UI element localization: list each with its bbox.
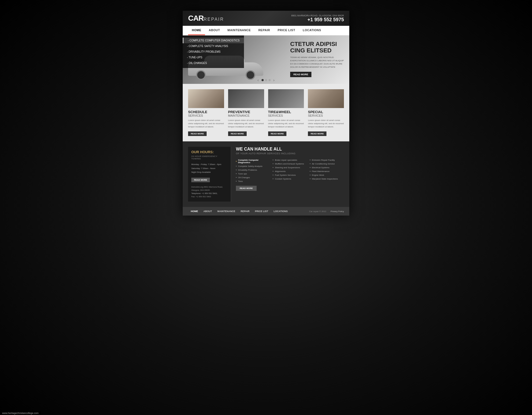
hours-fax-label: Fax: (191, 195, 195, 198)
service-subtitle-schedule: SERVICES (188, 114, 224, 117)
car-wheel-left (196, 70, 206, 80)
bottom-section: OUR HOURS: 24 HOUR EMERGENCY TOWING Mond… (183, 141, 349, 207)
hours-title-highlight: HOURS: (200, 150, 214, 154)
service-image-schedule (188, 89, 224, 108)
service-title-preventive: PREVENTIVE (228, 110, 264, 114)
nav-home[interactable]: HOME (188, 26, 205, 35)
logo[interactable]: CAR REPAIR (188, 14, 224, 23)
service-list-item-fuel: Fuel System Services (273, 173, 307, 177)
service-list-item-tires: Tires (236, 179, 270, 183)
hours-read-more-button[interactable]: READ MORE (191, 178, 210, 182)
footer-nav-locations[interactable]: LOCATIONS (271, 209, 290, 213)
hero-dot-3[interactable] (268, 79, 271, 81)
hero-next-arrow[interactable]: › (272, 78, 276, 82)
services-columns: Complete Computer Diagnostics Complete S… (236, 158, 344, 183)
service-title-tire: TIRE&WHEEL (268, 110, 304, 114)
hero-text: CTETUR ADIPISI CING ELITSED TENIM AD MIN… (290, 41, 344, 77)
service-subtitle-preventive: MAINTENANCE (228, 114, 264, 117)
hero-description: TENIM AD MINIM VENIAM, QUIS NOSTRUD EXER… (290, 56, 344, 69)
services-section: SCHEDULE SERVICES Lorem ipsum dolor sit … (183, 84, 349, 141)
hero-pagination: ‹ › (256, 78, 276, 82)
service-btn-preventive[interactable]: READ MORE (228, 131, 247, 136)
footer-nav-links: HOME ABOUT MAINTENANCE REPAIR PRICE LIST… (188, 209, 290, 213)
service-subtitle-special: SERVICES (308, 114, 344, 117)
hero-section: - COMPLETE COMPUTER DIAGNOSTICS - COMPLE… (183, 35, 349, 84)
service-list-item-emission: Emission Repair Facility (310, 158, 344, 162)
header-phone: +1 959 552 5975 (307, 17, 344, 22)
hours-fax: +1 959 552 5963 (196, 195, 211, 198)
services-read-more-button[interactable]: READ MORE (236, 186, 257, 191)
services-col-2: Brake repair specialists Mufflers and Ex… (273, 158, 307, 183)
hero-read-more-button[interactable]: READ MORE (290, 72, 311, 77)
hours-telephone-label: Telephone: (191, 192, 201, 195)
service-desc-tire: Lorem ipsum dolor sit amet conse ctetur … (268, 119, 304, 128)
service-list-item-fleet: Fleet Maintenance (310, 169, 344, 173)
service-desc-schedule: Lorem ipsum dolor sit amet conse ctetur … (188, 119, 224, 128)
service-list-item-tuneups: Tune ups (236, 172, 270, 176)
logo-repair: REPAIR (204, 17, 224, 22)
service-card-special: SPECIAL SERVICES Lorem ipsum dolor sit a… (308, 89, 344, 136)
we-can-handle-panel: WE CAN HANDLE ALL OF YOUR AUTO REPAIR SE… (231, 147, 344, 202)
service-list-item-diagnostics: Complete Computer Diagnostics (236, 158, 270, 164)
service-title-schedule: SCHEDULE (188, 110, 224, 114)
service-btn-schedule[interactable]: READ MORE (188, 131, 207, 136)
we-can-handle-subtitle: OF YOUR AUTO REPAIR SERVICES INCLUDING (236, 152, 344, 155)
hero-title: CTETUR ADIPISI CING ELITSED (290, 41, 344, 54)
hero-prev-arrow[interactable]: ‹ (256, 78, 260, 82)
hours-address-org: Demolink.org (191, 186, 203, 188)
service-list-item-electrical: Electrical Systems (310, 166, 344, 169)
service-list-item-engine: Engine Work (310, 173, 344, 177)
hours-telephone: +1 959 552 5963, (202, 192, 218, 195)
footer-nav-pricelist[interactable]: PRICE LIST (252, 209, 271, 213)
nav-maintenance[interactable]: MAINTENANCE (224, 26, 255, 35)
hours-emergency: 24 HOUR EMERGENCY TOWING (191, 155, 228, 160)
hero-menu-item-tuneups[interactable]: - TUNE-UPS (183, 55, 244, 60)
hero-dot-2[interactable] (265, 79, 267, 81)
service-card-schedule: SCHEDULE SERVICES Lorem ipsum dolor sit … (188, 89, 224, 136)
service-image-special (308, 89, 344, 108)
footer-nav-about[interactable]: ABOUT (201, 209, 215, 213)
hero-menu-item-oilchanges[interactable]: - OIL CHANGES (183, 60, 244, 66)
hero-menu-item-safety[interactable]: - COMPLETE SAFETY ANALYSIS (183, 43, 244, 49)
service-card-tire: TIRE&WHEEL SERVICES Lorem ipsum dolor si… (268, 89, 304, 136)
hero-menu-item-diagnostics[interactable]: - COMPLETE COMPUTER DIAGNOSTICS (183, 38, 244, 43)
footer-privacy[interactable]: Privacy Policy (330, 210, 344, 213)
footer-nav-home[interactable]: HOME (188, 209, 201, 213)
hours-panel: OUR HOURS: 24 HOUR EMERGENCY TOWING Mond… (188, 147, 231, 202)
service-list-item-drivability: Drivability Problems (236, 168, 270, 172)
service-card-preventive: PREVENTIVE MAINTENANCE Lorem ipsum dolor… (228, 89, 264, 136)
service-image-tire (268, 89, 304, 108)
hours-title-static: OUR (191, 150, 200, 154)
service-btn-special[interactable]: READ MORE (308, 131, 326, 136)
service-list-item-safety: Complete Safety Analysis (236, 164, 270, 168)
service-list-item-mufflers: Mufflers and Exhaust Systems (273, 162, 307, 166)
service-desc-preventive: Lorem ipsum dolor sit amet conse ctetur … (228, 119, 264, 128)
url-bar: www.heritagechristiancollege.com (0, 411, 41, 415)
hours-schedule: Monday - Friday: 7:30am - 6pm Saturday: … (191, 163, 228, 174)
hours-title: OUR HOURS: (191, 150, 228, 154)
service-list-item-brake: Brake repair specialists (273, 158, 307, 162)
hero-dot-1[interactable] (261, 79, 264, 81)
service-image-preventive (228, 89, 264, 108)
service-list-item-ac: Air Conditioning Service (310, 162, 344, 166)
we-can-handle-title: WE CAN HANDLE ALL (236, 147, 344, 152)
nav-about[interactable]: ABOUT (205, 26, 224, 35)
service-list-item-steering: Steering and Suspensions (273, 166, 307, 169)
nav-repair[interactable]: REPAIR (254, 26, 274, 35)
hero-menu-item-drivability[interactable]: - DRIVABILITY PROBLEMS (183, 49, 244, 55)
nav-locations[interactable]: LOCATIONS (299, 26, 325, 35)
footer-nav: HOME ABOUT MAINTENANCE REPAIR PRICE LIST… (183, 207, 349, 216)
header-address: 8901 MARMORA ROAD, GLASGOW, D04 89GR (291, 14, 344, 17)
service-title-special: SPECIAL (308, 110, 344, 114)
service-btn-tire[interactable]: READ MORE (268, 131, 287, 136)
nav-pricelist[interactable]: PRICE LIST (274, 26, 299, 35)
footer-nav-maintenance[interactable]: MAINTENANCE (215, 209, 238, 213)
footer-copyright: Car repair © 2012 (309, 210, 326, 213)
service-desc-special: Lorem ipsum dolor sit amet conse ctetur … (308, 119, 344, 128)
footer-nav-repair[interactable]: REPAIR (238, 209, 252, 213)
service-subtitle-tire: SERVICES (268, 114, 304, 117)
header-contact: 8901 MARMORA ROAD, GLASGOW, D04 89GR +1 … (291, 14, 344, 23)
services-col-3: Emission Repair Facility Air Conditionin… (310, 158, 344, 183)
service-list-item-coolant: Coolant Systems (273, 177, 307, 181)
hours-address-street: 8901 Marmora Road, (204, 186, 223, 188)
